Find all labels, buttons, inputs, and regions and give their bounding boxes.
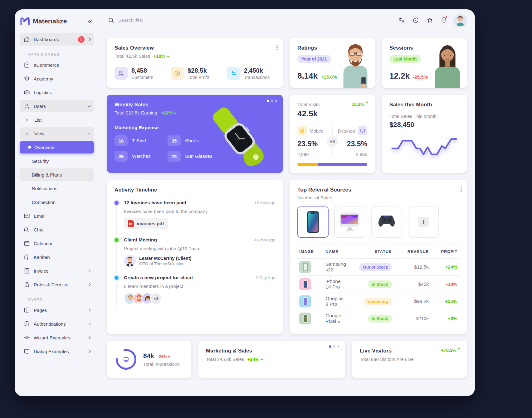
table-row[interactable]: Oneplus 9 Pro Upcoming $98.2k +55% — [297, 293, 459, 310]
status-badge: Upcoming — [364, 298, 392, 305]
chevron-right-icon — [88, 350, 91, 353]
imac-image — [340, 213, 359, 231]
carousel-dots[interactable] — [329, 345, 339, 348]
materialize-logo-icon — [20, 17, 30, 25]
ratings-badge: Year of 2021 — [297, 55, 331, 63]
card-subtitle: Number of Sales — [297, 195, 459, 200]
sidebar-item-view[interactable]: View — [20, 127, 94, 140]
chevron-right-icon — [88, 283, 91, 286]
revenue-value: $210k — [394, 310, 431, 327]
timeline-connector — [116, 207, 117, 236]
sidebar-item-label: Chat — [34, 227, 90, 232]
timeline-time: 45 min ago — [254, 238, 275, 242]
sidebar-item-academy[interactable]: Academy — [20, 72, 94, 85]
sidebar-item-calendar[interactable]: Calendar — [20, 237, 94, 250]
carousel-dots[interactable] — [267, 100, 277, 102]
sidebar-item-label: Wizard Examples — [34, 335, 85, 340]
sidebar-item-logistics[interactable]: Logistics — [20, 86, 94, 99]
person-name: Lester McCarthy (Client) — [139, 256, 192, 261]
revenue-value: $45k — [394, 276, 431, 293]
mobile-label: Mobile — [310, 128, 323, 134]
product-thumbnail — [299, 278, 311, 290]
mobile-pie-icon — [297, 126, 307, 135]
column-header-name: NAME — [324, 245, 348, 259]
attachment-invoices-pdf[interactable]: pdf invoices.pdf — [124, 218, 168, 229]
visits-progress-bar — [297, 163, 367, 166]
timeline-dot — [115, 276, 119, 280]
more-options-icon[interactable] — [276, 44, 278, 51]
sidebar-item-label: Calendar — [34, 241, 90, 246]
table-row[interactable]: Samsung s22 Out of Stock $12.5k +24% — [297, 259, 459, 276]
team-avatar-more[interactable]: +3 — [150, 293, 162, 304]
navbar-actions — [398, 14, 466, 26]
sidebar-item-wizard-examples[interactable]: Wizard Examples — [20, 331, 94, 344]
referral-tab-iphone[interactable] — [297, 207, 329, 238]
sidebar-item-authentications[interactable]: Authentications — [20, 318, 94, 330]
referral-tab-controller[interactable] — [371, 207, 402, 238]
user-avatar[interactable] — [454, 14, 466, 26]
sidebar-item-security[interactable]: Security — [20, 155, 94, 167]
stat-value: 2,450k — [244, 67, 270, 74]
sidebar-item-connection[interactable]: Connection — [20, 196, 94, 208]
chip-label: Watches — [132, 153, 151, 159]
card-subtitle: Total Sales This Month — [389, 114, 459, 119]
sessions-card: Sessions Last Month 12.2k -25.5% — [382, 38, 467, 88]
referral-tab-add[interactable]: + — [408, 207, 439, 238]
timeline-dot — [115, 201, 119, 205]
search-bar[interactable] — [108, 17, 394, 24]
chevron-down-icon — [88, 131, 91, 134]
sidebar-item-kanban[interactable]: Kanban — [20, 251, 94, 263]
sidebar-item-invoice[interactable]: Invoice — [20, 265, 94, 277]
column-header-revenue: REVENUE — [394, 245, 431, 259]
stat-label: Customers — [131, 75, 153, 80]
referral-tab-imac[interactable] — [334, 207, 365, 238]
sidebar-item-label: Overview — [34, 145, 90, 150]
sidebar-item-label: List — [34, 117, 90, 123]
trend-up-icon — [173, 112, 176, 115]
chip-count: 35 — [168, 135, 181, 146]
sidebar-item-roles-permissions[interactable]: Roles & Permiss... — [20, 278, 94, 291]
sidebar-item-notifications[interactable]: Notifications — [20, 182, 94, 195]
status-badge: Out of Stock — [359, 263, 392, 271]
expense-chip-tshirt: 16T-Shirt — [115, 135, 168, 146]
column-header-image: IMAGE — [297, 245, 324, 259]
chat-icon — [23, 226, 30, 233]
shortcuts-star-icon[interactable] — [426, 17, 433, 24]
language-icon[interactable] — [398, 17, 405, 24]
search-input[interactable] — [118, 17, 212, 23]
dashboard-content: Sales Overview Total 42.5k Sales +18% 8,… — [99, 31, 475, 396]
sidebar-section-pages: PAGES — [20, 298, 94, 302]
sidebar-item-label: Dashboards — [34, 37, 75, 42]
sidebar-item-label: Connection — [32, 200, 90, 205]
sidebar-item-list[interactable]: List — [20, 114, 94, 126]
product-name: Oneplus 9 Pro — [324, 293, 348, 310]
top-referral-sources-card: Top Referral Sources Number of Sales — [290, 180, 467, 334]
more-options-icon[interactable] — [461, 186, 462, 193]
sidebar-item-users[interactable]: Users — [20, 100, 94, 112]
sidebar-collapse-button[interactable]: « — [88, 17, 93, 25]
add-product-button[interactable]: + — [418, 217, 429, 227]
sidebar-item-ecommerce[interactable]: eCommerce — [20, 59, 94, 71]
sidebar-item-overview[interactable]: Overview — [20, 141, 94, 153]
sidebar-item-pages[interactable]: Pages — [20, 304, 94, 316]
sidebar-item-chat[interactable]: Chat — [20, 223, 94, 236]
sidebar-item-dialog-examples[interactable]: Dialog Examples — [20, 345, 94, 357]
status-badge: In Stock — [368, 315, 392, 323]
dark-mode-moon-icon[interactable] — [412, 17, 419, 24]
sidebar-item-email[interactable]: Email — [20, 210, 94, 222]
desktop-label: Desktop — [338, 128, 355, 134]
sidebar-item-billing[interactable]: Billing & Plans — [20, 168, 94, 181]
table-row[interactable]: iPhone 14 Pro In Stock $45k -18% — [297, 276, 459, 293]
chip-label: T-Shirt — [132, 138, 146, 143]
column-header-profit: PROFIT — [431, 245, 459, 259]
status-badge: In Stock — [368, 280, 392, 288]
profit-value: +8% — [448, 316, 457, 321]
stat-value: 8,458 — [131, 67, 153, 74]
sessions-trend: -25.5% — [413, 74, 428, 80]
sidebar-item-dashboards[interactable]: Dashboards 5 — [20, 33, 94, 46]
notifications-bell[interactable] — [440, 16, 447, 25]
timeline-title: Create a new project for client — [124, 275, 256, 280]
table-row[interactable]: Google Pixel 6 In Stock $210k +8% — [297, 310, 459, 327]
total-visits-value: 42.5k — [297, 109, 367, 119]
timeline-time: 12 min ago — [254, 201, 275, 205]
